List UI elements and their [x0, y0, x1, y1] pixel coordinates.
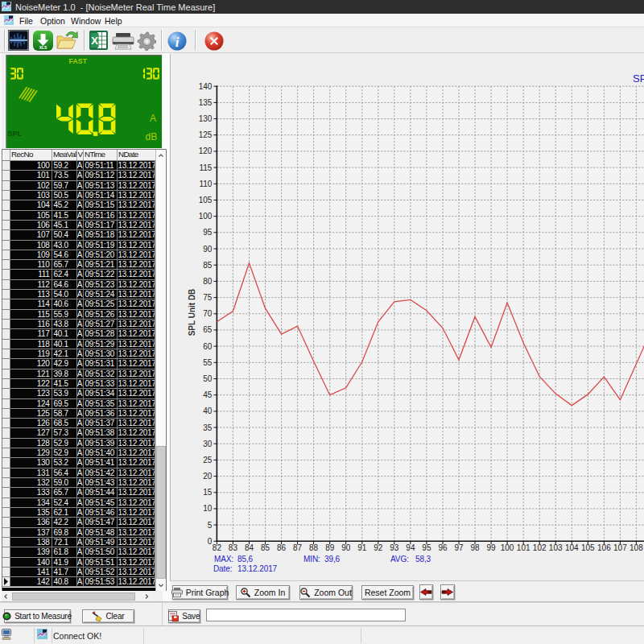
- svg-text:X: X: [91, 35, 98, 47]
- svg-text:102: 102: [533, 543, 547, 552]
- svg-text:87: 87: [293, 543, 303, 552]
- svg-text:101: 101: [517, 543, 530, 552]
- svg-text:10: 10: [203, 504, 213, 513]
- svg-text:86: 86: [277, 543, 287, 552]
- svg-text:88: 88: [309, 543, 319, 552]
- svg-text:i: i: [175, 35, 180, 50]
- svg-text:97: 97: [454, 543, 464, 552]
- svg-text:108: 108: [630, 543, 643, 552]
- svg-text:30: 30: [203, 440, 213, 448]
- svg-text:40: 40: [203, 407, 213, 415]
- svg-text:50: 50: [203, 374, 213, 383]
- svg-text:MAX:: MAX:: [214, 555, 233, 564]
- svg-text:85: 85: [261, 543, 270, 552]
- svg-text:110: 110: [199, 180, 212, 188]
- svg-text:82: 82: [213, 543, 222, 552]
- svg-text:SPL: SPL: [633, 72, 644, 85]
- svg-text:105: 105: [581, 543, 595, 552]
- svg-text:13.12.2017: 13.12.2017: [237, 564, 278, 573]
- svg-text:90: 90: [341, 543, 351, 552]
- svg-text:25: 25: [203, 456, 213, 464]
- svg-text:83: 83: [229, 543, 238, 552]
- svg-text:AVG:: AVG:: [390, 555, 409, 564]
- svg-text:100: 100: [199, 212, 213, 221]
- svg-text:80: 80: [203, 277, 213, 286]
- svg-text:58,3: 58,3: [415, 555, 431, 564]
- svg-text:A: A: [150, 113, 156, 124]
- svg-text:98: 98: [470, 543, 480, 552]
- svg-text:100: 100: [501, 543, 514, 552]
- svg-text:95: 95: [203, 228, 213, 237]
- svg-text:85,6: 85,6: [237, 555, 254, 564]
- svg-text:dB: dB: [146, 131, 158, 142]
- svg-text:SPL Unit DB: SPL Unit DB: [188, 289, 196, 336]
- svg-text:135: 135: [199, 98, 213, 107]
- svg-text:20: 20: [203, 472, 213, 481]
- svg-text:XLS: XLS: [39, 45, 47, 50]
- svg-text:130: 130: [199, 114, 213, 123]
- svg-text:39,6: 39,6: [324, 555, 341, 564]
- svg-text:140: 140: [199, 82, 213, 91]
- svg-text:55: 55: [203, 358, 213, 367]
- svg-text:5: 5: [208, 521, 213, 530]
- svg-text:45: 45: [203, 390, 213, 399]
- svg-text:85: 85: [203, 261, 213, 270]
- svg-text:120: 120: [199, 147, 213, 155]
- svg-text:35: 35: [203, 423, 213, 432]
- svg-text:125: 125: [199, 130, 213, 139]
- svg-text:70: 70: [203, 309, 213, 318]
- svg-text:103: 103: [549, 543, 563, 552]
- svg-text:93: 93: [390, 543, 399, 552]
- svg-text:SPL: SPL: [8, 130, 23, 138]
- svg-text:65: 65: [203, 325, 213, 334]
- svg-text:FAST: FAST: [69, 57, 88, 65]
- svg-text:106: 106: [597, 543, 611, 552]
- svg-text:92: 92: [374, 543, 383, 552]
- svg-text:MIN:: MIN:: [303, 555, 320, 564]
- svg-text:15: 15: [203, 488, 213, 497]
- svg-text:89: 89: [325, 543, 335, 552]
- svg-text:60: 60: [203, 342, 213, 351]
- svg-text:75: 75: [203, 293, 213, 302]
- svg-text:104: 104: [565, 543, 579, 552]
- svg-text:105: 105: [199, 196, 213, 204]
- svg-text:94: 94: [406, 543, 415, 552]
- svg-text:96: 96: [438, 543, 448, 552]
- svg-text:115: 115: [199, 163, 212, 172]
- svg-text:99: 99: [487, 543, 497, 552]
- svg-text:84: 84: [245, 543, 254, 552]
- svg-text:95: 95: [422, 543, 431, 552]
- svg-text:91: 91: [357, 543, 367, 552]
- svg-text:107: 107: [613, 543, 627, 552]
- svg-text:Date:: Date:: [213, 564, 232, 573]
- svg-text:90: 90: [203, 245, 213, 254]
